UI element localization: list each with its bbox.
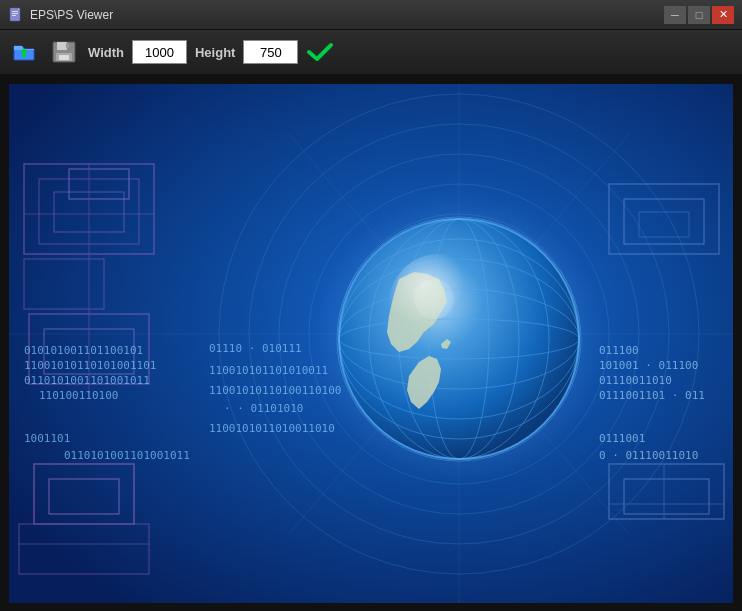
- svg-text:01110011010: 01110011010: [599, 374, 672, 387]
- svg-text:0110101001101001011: 0110101001101001011: [64, 449, 190, 462]
- svg-rect-8: [22, 52, 26, 57]
- height-label: Height: [195, 45, 235, 60]
- width-label: Width: [88, 45, 124, 60]
- svg-text:01110  ·  010111: 01110 · 010111: [209, 342, 302, 355]
- svg-rect-1: [12, 11, 18, 12]
- svg-text:011100: 011100: [599, 344, 639, 357]
- svg-text:0111001: 0111001: [599, 432, 645, 445]
- svg-text:1100101011010011010: 1100101011010011010: [209, 422, 335, 435]
- svg-text:0 · 01110011010: 0 · 01110011010: [599, 449, 698, 462]
- save-icon: [50, 40, 78, 64]
- svg-rect-13: [66, 43, 69, 48]
- svg-text:0111001101 · 011: 0111001101 · 011: [599, 389, 705, 402]
- app-icon: [8, 7, 24, 23]
- svg-text:·  ·  01101010: · · 01101010: [224, 402, 303, 415]
- width-input[interactable]: [132, 40, 187, 64]
- height-input[interactable]: [243, 40, 298, 64]
- svg-text:11001010110100110100: 11001010110100110100: [209, 384, 341, 397]
- save-button[interactable]: [48, 36, 80, 68]
- title-bar: EPS\PS Viewer ─ □ ✕: [0, 0, 742, 30]
- toolbar: Width Height: [0, 30, 742, 76]
- svg-text:1001101: 1001101: [24, 432, 70, 445]
- title-bar-left: EPS\PS Viewer: [8, 7, 113, 23]
- open-button[interactable]: [8, 36, 40, 68]
- apply-check-icon: [306, 41, 334, 63]
- minimize-button[interactable]: ─: [664, 6, 686, 24]
- canvas-area: 010101001101100101 11001010110101001101 …: [9, 84, 733, 603]
- svg-text:010101001101100101: 010101001101100101: [24, 344, 143, 357]
- svg-rect-3: [12, 15, 16, 16]
- main-area: 010101001101100101 11001010110101001101 …: [0, 76, 742, 611]
- apply-button[interactable]: [306, 41, 334, 63]
- window-title: EPS\PS Viewer: [30, 8, 113, 22]
- svg-text:0110101001101001011: 0110101001101001011: [24, 374, 150, 387]
- title-controls: ─ □ ✕: [664, 6, 734, 24]
- svg-point-75: [414, 279, 454, 319]
- svg-text:11001010110101001101: 11001010110101001101: [24, 359, 156, 372]
- svg-rect-2: [12, 13, 18, 14]
- open-icon: [10, 40, 38, 64]
- svg-text:101001 · 011100: 101001 · 011100: [599, 359, 698, 372]
- maximize-button[interactable]: □: [688, 6, 710, 24]
- svg-text:110100110100: 110100110100: [39, 389, 118, 402]
- scene-svg: 010101001101100101 11001010110101001101 …: [9, 84, 733, 603]
- close-button[interactable]: ✕: [712, 6, 734, 24]
- svg-rect-10: [57, 42, 67, 50]
- svg-text:110010101101010011: 110010101101010011: [209, 364, 328, 377]
- svg-rect-12: [59, 55, 69, 60]
